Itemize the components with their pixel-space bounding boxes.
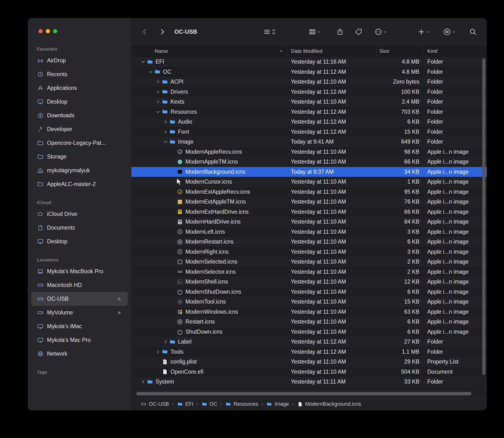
pathbar-item-oc[interactable]: OC xyxy=(201,401,217,407)
sidebar-item-oc-usb[interactable]: OC-USB xyxy=(31,292,128,306)
file-row-image[interactable]: Image Today at 9:41 AM 649 KB Folder xyxy=(131,137,487,147)
file-row-modernextappletm-icns[interactable]: ModernExtAppleTM.icns Yesterday at 11:10… xyxy=(131,197,487,207)
horizontal-scrollbar-thumb[interactable] xyxy=(136,392,471,395)
file-row-opencore-efi[interactable]: OpenCore.efi Yesterday at 11:10 AM 504 K… xyxy=(131,367,487,377)
back-button[interactable] xyxy=(141,28,148,35)
sidebar-item-documents[interactable]: Documents xyxy=(31,221,128,235)
file-row-modernharddrive-icns[interactable]: ModernHardDrive.icns Yesterday at 11:10 … xyxy=(131,217,487,227)
sidebar-item-opencore-legacy-pat[interactable]: Opencore-Legacy-Pat... xyxy=(31,136,128,150)
minimize-button[interactable] xyxy=(46,29,50,33)
file-row-drivers[interactable]: Drivers Yesterday at 11:12 AM 100 KB Fol… xyxy=(131,87,487,97)
sidebar-item-network[interactable]: Network xyxy=(31,347,128,361)
file-row-modernextapplerecv-icns[interactable]: ModernExtAppleRecv.icns Yesterday at 11:… xyxy=(131,187,487,197)
file-row-restart-icns[interactable]: Restart.icns Yesterday at 11:10 AM 6 KB … xyxy=(131,317,487,327)
file-row-modernextharddrive-icns[interactable]: ModernExtHardDrive.icns Yesterday at 11:… xyxy=(131,207,487,217)
file-row-acpi[interactable]: ACPI Yesterday at 11:10 AM Zero bytes Fo… xyxy=(131,77,487,87)
sidebar-item-macintosh-hd[interactable]: Macintosh HD xyxy=(31,278,128,292)
file-row-modernbackground-icns[interactable]: ModernBackground.icns Today at 9:37 AM 3… xyxy=(131,167,487,177)
disclosure-chevron[interactable] xyxy=(162,139,169,145)
file-row-kexts[interactable]: Kexts Yesterday at 11:10 AM 2.4 MB Folde… xyxy=(131,97,487,107)
file-row-modernselected-icns[interactable]: ModernSelected.icns Yesterday at 11:10 A… xyxy=(131,257,487,267)
pathbar-item-modernbackground-icns[interactable]: ModernBackground.icns xyxy=(297,401,361,407)
sidebar-item-recents[interactable]: Recents xyxy=(31,67,128,81)
sidebar-item-mykola-s-imac[interactable]: Mykola’s iMac xyxy=(31,319,128,333)
pathbar-item-oc-usb[interactable]: OC-USB xyxy=(141,401,169,407)
disclosure-chevron[interactable] xyxy=(162,119,169,125)
disclosure-chevron[interactable] xyxy=(154,79,161,85)
sidebar-item-myvolume[interactable]: MyVolume xyxy=(31,306,128,319)
horizontal-scrollbar[interactable] xyxy=(131,390,487,398)
disclosure-chevron[interactable] xyxy=(139,59,147,65)
disclosure-chevron[interactable] xyxy=(154,99,161,105)
file-row-modernleft-icns[interactable]: ModernLeft.icns Yesterday at 11:10 AM 3 … xyxy=(131,227,487,237)
file-row-modernselector-icns[interactable]: ModernSelector.icns Yesterday at 11:10 A… xyxy=(131,267,487,277)
column-header-size[interactable]: Size xyxy=(376,45,423,57)
group-by-button[interactable] xyxy=(309,28,321,36)
file-row-resources[interactable]: Resources Yesterday at 11:12 AM 703 KB F… xyxy=(131,107,487,117)
vertical-scrollbar-thumb[interactable] xyxy=(482,58,485,375)
file-row-modernright-icns[interactable]: ModernRight.icns Yesterday at 11:10 AM 3… xyxy=(131,247,487,257)
eject-icon[interactable] xyxy=(116,310,122,315)
sidebar-item-desktop[interactable]: Desktop xyxy=(31,235,128,248)
file-row-modernapplerecv-icns[interactable]: ModernAppleRecv.icns Yesterday at 11:10 … xyxy=(131,147,487,157)
column-header-name[interactable]: Name xyxy=(131,45,287,57)
file-row-config-plist[interactable]: config.plist Yesterday at 11:10 AM 29 KB… xyxy=(131,357,487,367)
file-row-modernwindows-icns[interactable]: ModernWindows.icns Yesterday at 11:10 AM… xyxy=(131,307,487,317)
close-button[interactable] xyxy=(39,29,43,33)
column-header-date-modified[interactable]: Date Modified xyxy=(287,45,376,57)
icns-tool-icon xyxy=(176,298,183,305)
file-row-font[interactable]: Font Yesterday at 11:12 AM 15 KB Folder xyxy=(131,127,487,137)
sidebar-item-label: MyVolume xyxy=(47,309,73,316)
sidebar-item-downloads[interactable]: Downloads xyxy=(31,109,128,122)
search-button[interactable] xyxy=(469,28,477,36)
file-row-oc[interactable]: OC Yesterday at 11:12 AM 4.8 MB Folder xyxy=(131,67,487,77)
disclosure-chevron[interactable] xyxy=(147,69,154,75)
sidebar-item-storage[interactable]: Storage xyxy=(31,150,128,164)
file-row-modernappletm-icns[interactable]: ModernAppleTM.icns Yesterday at 11:10 AM… xyxy=(131,157,487,167)
file-row-label[interactable]: Label Yesterday at 11:12 AM 27 KB Folder xyxy=(131,337,487,347)
file-name-cell: Image xyxy=(131,139,287,145)
sidebar-item-icloud-drive[interactable]: iCloud Drive xyxy=(31,207,128,221)
pathbar-item-image[interactable]: Image xyxy=(266,401,289,407)
sidebar-item-desktop[interactable]: Desktop xyxy=(31,95,128,109)
eject-icon[interactable] xyxy=(116,296,122,302)
search-icon xyxy=(469,28,477,36)
disclosure-chevron[interactable] xyxy=(154,109,161,115)
file-row-shutdown-icns[interactable]: ShutDown.icns Yesterday at 11:10 AM 6 KB… xyxy=(131,327,487,337)
share-button[interactable] xyxy=(336,28,344,36)
sidebar-item-mykolagrymalyuk[interactable]: mykolagrymalyuk xyxy=(31,164,128,177)
sidebar-item-mykola-s-mac-pro[interactable]: Mykola’s Mac Pro xyxy=(31,333,128,347)
file-row-system[interactable]: System Yesterday at 11:11 AM 33 KB Folde… xyxy=(131,377,487,387)
disclosure-chevron[interactable] xyxy=(162,339,169,345)
zoom-button[interactable] xyxy=(53,29,57,33)
file-row-tools[interactable]: Tools Yesterday at 11:12 AM 1.1 MB Folde… xyxy=(131,347,487,357)
file-row-efi[interactable]: EFI Yesterday at 11:16 AM 4.8 MB Folder xyxy=(131,57,487,67)
sidebar-item-developer[interactable]: Developer xyxy=(31,122,128,136)
pathbar-item-efi[interactable]: EFI xyxy=(177,401,193,407)
column-header-kind[interactable]: Kind xyxy=(423,45,487,57)
new-item-button[interactable] xyxy=(417,28,429,36)
view-mode-button[interactable] xyxy=(263,28,276,36)
disclosure-chevron xyxy=(169,159,176,165)
disclosure-chevron[interactable] xyxy=(154,349,161,355)
file-row-modernshell-icns[interactable]: ModernShell.icns Yesterday at 11:10 AM 1… xyxy=(131,277,487,287)
file-row-audio[interactable]: Audio Yesterday at 11:12 AM 6 KB Folder xyxy=(131,117,487,127)
sidebar-item-applications[interactable]: Applications xyxy=(31,81,128,95)
disclosure-chevron[interactable] xyxy=(139,379,147,385)
disclosure-chevron[interactable] xyxy=(162,129,169,135)
file-name-cell: OC xyxy=(131,68,287,75)
sidebar-item-mykola-s-macbook-pro[interactable]: Mykola’s MacBook Pro xyxy=(31,264,128,278)
file-row-moderntool-icns[interactable]: ModernTool.icns Yesterday at 11:10 AM 15… xyxy=(131,297,487,307)
file-row-moderncursor-icns[interactable]: ModernCursor.icns Yesterday at 11:10 AM … xyxy=(131,177,487,187)
file-row-modernrestart-icns[interactable]: ModernRestart.icns Yesterday at 11:10 AM… xyxy=(131,237,487,247)
forward-button[interactable] xyxy=(159,28,166,35)
sidebar-item-applealc-master-2[interactable]: AppleALC-master-2 xyxy=(31,177,128,191)
more-actions-button[interactable] xyxy=(375,28,387,36)
tag-button[interactable] xyxy=(355,28,362,36)
account-button[interactable]: M xyxy=(443,28,456,36)
file-row-modernshutdown-icns[interactable]: ModernShutDown.icns Yesterday at 11:10 A… xyxy=(131,287,487,297)
disclosure-chevron[interactable] xyxy=(154,89,161,95)
icns-selector-icon xyxy=(176,268,183,275)
pathbar-item-resources[interactable]: Resources xyxy=(225,401,258,407)
sidebar-item-airdrop[interactable]: AirDrop xyxy=(31,54,128,67)
